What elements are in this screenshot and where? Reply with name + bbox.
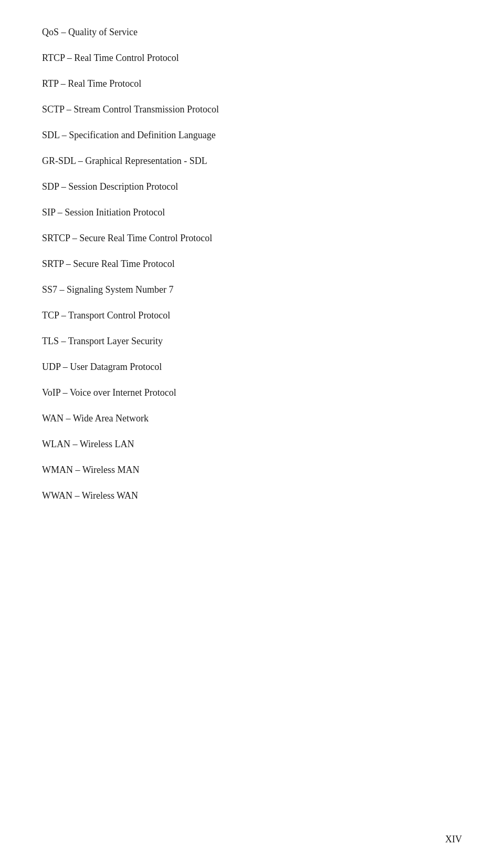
abbreviation-item-wwan: WWAN – Wireless WAN bbox=[42, 489, 462, 503]
abbreviation-item-ss7: SS7 – Signaling System Number 7 bbox=[42, 283, 462, 297]
abbreviation-item-rtp: RTP – Real Time Protocol bbox=[42, 77, 462, 91]
abbreviation-item-voip: VoIP – Voice over Internet Protocol bbox=[42, 386, 462, 400]
abbreviation-item-sdp: SDP – Session Description Protocol bbox=[42, 180, 462, 194]
abbreviation-item-wlan: WLAN – Wireless LAN bbox=[42, 437, 462, 451]
page-content: QoS – Quality of ServiceRTCP – Real Time… bbox=[0, 0, 504, 556]
abbreviation-item-qos: QoS – Quality of Service bbox=[42, 25, 462, 39]
abbreviation-item-srtcp: SRTCP – Secure Real Time Control Protoco… bbox=[42, 231, 462, 245]
abbreviation-item-gr-sdl: GR-SDL – Graphical Representation - SDL bbox=[42, 154, 462, 168]
abbreviation-item-tls: TLS – Transport Layer Security bbox=[42, 334, 462, 348]
abbreviation-item-srtp: SRTP – Secure Real Time Protocol bbox=[42, 257, 462, 271]
abbreviation-item-sdl: SDL – Specification and Definition Langu… bbox=[42, 128, 462, 142]
page-number: XIV bbox=[445, 834, 462, 844]
abbreviation-item-sctp: SCTP – Stream Control Transmission Proto… bbox=[42, 102, 462, 117]
abbreviation-item-tcp: TCP – Transport Control Protocol bbox=[42, 308, 462, 323]
abbreviation-list: QoS – Quality of ServiceRTCP – Real Time… bbox=[42, 25, 462, 503]
page-footer: XIV bbox=[445, 834, 462, 845]
abbreviation-item-rtcp: RTCP – Real Time Control Protocol bbox=[42, 51, 462, 65]
abbreviation-item-wan: WAN – Wide Area Network bbox=[42, 411, 462, 426]
abbreviation-item-wman: WMAN – Wireless MAN bbox=[42, 463, 462, 477]
abbreviation-item-sip: SIP – Session Initiation Protocol bbox=[42, 205, 462, 220]
abbreviation-item-udp: UDP – User Datagram Protocol bbox=[42, 360, 462, 374]
